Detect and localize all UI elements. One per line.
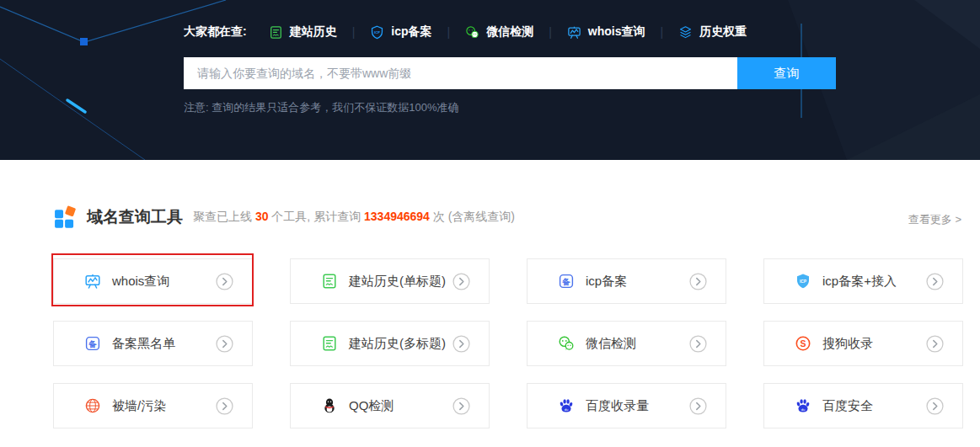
tool-card-wechat-check[interactable]: 微信检测 xyxy=(527,321,726,366)
chevron-right-circle-icon[interactable] xyxy=(216,397,233,415)
tool-card-site-history-multi[interactable]: 建站历史(多标题) xyxy=(290,321,490,366)
nav-item-label: whois查询 xyxy=(588,24,645,40)
nav-item-label: icp备案 xyxy=(391,24,431,40)
tool-card-icp-record-access[interactable]: icp备案+接入 xyxy=(763,258,963,304)
section-title: 域名查询工具 xyxy=(87,206,183,228)
nav-divider: | xyxy=(661,25,664,39)
tool-card-qq-check[interactable]: QQ检测 xyxy=(290,383,490,428)
whois-icon xyxy=(84,273,101,290)
nav-divider: | xyxy=(352,25,356,39)
tool-card-site-history-single[interactable]: 建站历史(单标题) xyxy=(290,258,490,304)
chevron-right-circle-icon[interactable] xyxy=(689,273,707,290)
nav-item-label: 建站历史 xyxy=(290,24,337,40)
nav-item-wechat-check[interactable]: 微信检测 xyxy=(465,24,533,40)
nav-item-icp-record[interactable]: icp备案 xyxy=(370,24,431,40)
squares-icon xyxy=(53,205,77,229)
nav-divider: | xyxy=(447,25,451,39)
chevron-right-circle-icon[interactable] xyxy=(689,397,707,415)
icp-shield-icon xyxy=(370,25,384,40)
tool-count: 30 xyxy=(255,210,269,223)
history-icon xyxy=(321,273,338,290)
icp-badge-icon xyxy=(795,273,811,290)
chevron-right-circle-icon[interactable] xyxy=(689,335,707,353)
chevron-right-circle-icon[interactable] xyxy=(926,397,944,415)
nav-item-site-history[interactable]: 建站历史 xyxy=(269,24,337,40)
search-disclaimer: 注意: 查询的结果只适合参考，我们不保证数据100%准确 xyxy=(184,100,458,115)
chevron-right-circle-icon[interactable] xyxy=(216,273,233,290)
view-more-link[interactable]: 查看更多 > xyxy=(908,212,961,227)
domain-search-input[interactable] xyxy=(184,57,737,89)
hero-banner: 大家都在查: 建站历史 | icp备案 | 微信检测 | whois查询 | 历… xyxy=(0,0,980,160)
chevron-right-circle-icon[interactable] xyxy=(453,397,470,415)
chevron-right-circle-icon[interactable] xyxy=(453,273,470,290)
beian-shield-icon xyxy=(558,273,575,290)
chevron-right-circle-icon[interactable] xyxy=(216,335,233,353)
tool-card-blocked-polluted[interactable]: 被墙/污染 xyxy=(53,383,253,428)
tool-card-record-blacklist[interactable]: 备案黑名单 xyxy=(53,321,253,366)
baidu-paw-icon xyxy=(795,397,811,414)
nav-divider: | xyxy=(549,25,552,39)
tools-grid: whois查询 建站历史(单标题) icp备案 icp备案+接入 备案黑名单 建… xyxy=(53,258,963,428)
nav-item-label: 微信检测 xyxy=(486,24,533,40)
nav-item-history-weight[interactable]: 历史权重 xyxy=(678,24,747,40)
tools-section-header: 域名查询工具 聚查已上线 30 个工具, 累计查询 1334946694 次 (… xyxy=(53,205,515,229)
search-button[interactable]: 查询 xyxy=(737,57,836,89)
chevron-right-circle-icon[interactable] xyxy=(926,335,944,353)
hot-queries-label: 大家都在查: xyxy=(184,24,247,40)
blocked-globe-icon xyxy=(84,397,101,414)
domain-search-bar: 查询 xyxy=(184,57,836,89)
wechat-icon xyxy=(465,25,479,40)
tool-card-baidu-index[interactable]: 百度收录量 xyxy=(527,383,726,428)
nav-item-whois-lookup[interactable]: whois查询 xyxy=(567,24,645,40)
baidu-paw-icon xyxy=(558,397,575,414)
layers-icon xyxy=(678,25,693,40)
hot-queries-nav: 大家都在查: 建站历史 | icp备案 | 微信检测 | whois查询 | 历… xyxy=(184,24,747,40)
tool-card-icp-record[interactable]: icp备案 xyxy=(527,258,726,304)
sogou-icon xyxy=(795,335,811,352)
chevron-right-circle-icon[interactable] xyxy=(926,273,944,290)
nav-item-label: 历史权重 xyxy=(699,24,747,40)
chevron-right-circle-icon[interactable] xyxy=(453,335,470,353)
tool-card-sogou-index[interactable]: 搜狗收录 xyxy=(763,321,963,366)
tool-card-whois[interactable]: whois查询 xyxy=(53,258,253,304)
tool-card-baidu-security[interactable]: 百度安全 xyxy=(763,383,963,428)
history-icon xyxy=(321,335,338,352)
beian-shield-icon xyxy=(84,335,101,352)
whois-icon xyxy=(567,25,581,40)
history-icon xyxy=(269,25,283,40)
section-stats: 聚查已上线 30 个工具, 累计查询 1334946694 次 (含离线查询) xyxy=(193,210,515,225)
wechat-icon xyxy=(558,335,575,352)
query-count: 1334946694 xyxy=(364,210,430,223)
qq-icon xyxy=(321,397,338,414)
